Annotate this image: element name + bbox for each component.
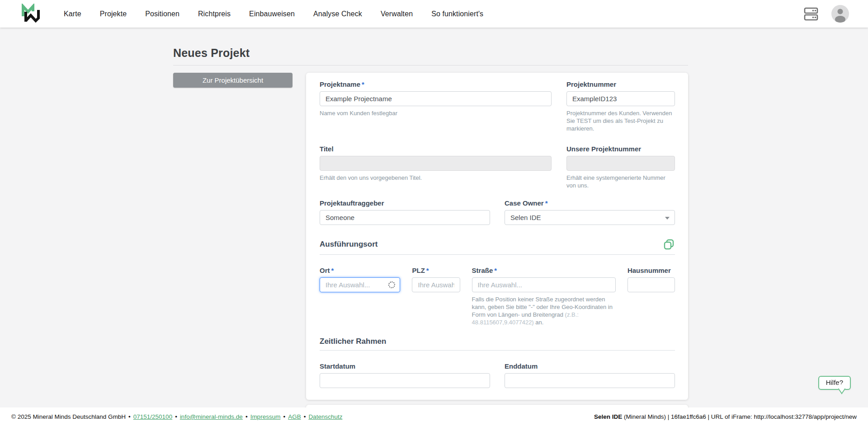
- section-zeitlicher-rahmen: Zeitlicher Rahmen: [320, 337, 675, 351]
- nav-item-einbauweisen[interactable]: Einbauweisen: [249, 10, 295, 18]
- field-projektnummer: Projektnummer Projektnummer des Kunden. …: [566, 80, 675, 132]
- projektname-label: Projektname*: [320, 80, 552, 89]
- field-plz: PLZ*: [412, 267, 460, 326]
- ort-label: Ort*: [320, 267, 400, 275]
- zur-projektuebersicht-button[interactable]: Zur Projektübersicht: [173, 73, 292, 88]
- footer: © 2025 Mineral Minds Deutschland GmbH•07…: [0, 407, 868, 426]
- server-icon[interactable]: [803, 7, 819, 21]
- field-strasse: Straße* Falls die Position keiner Straße…: [472, 267, 616, 326]
- projektname-input[interactable]: [320, 91, 552, 106]
- projektnummer-label: Projektnummer: [566, 80, 675, 89]
- nav-item-verwalten[interactable]: Verwalten: [381, 10, 413, 18]
- nav-item-projekte[interactable]: Projekte: [100, 10, 127, 18]
- plz-input[interactable]: [412, 277, 460, 292]
- section-ausfuehrungsort: Ausführungsort: [320, 239, 675, 255]
- logo-icon: [20, 4, 41, 24]
- field-enddatum: Enddatum: [505, 362, 675, 388]
- required-asterisk: *: [331, 267, 334, 274]
- titel-input: [320, 156, 552, 171]
- nav-item-so-funktionierts[interactable]: So funktioniert's: [431, 10, 483, 18]
- person-icon: [831, 5, 849, 23]
- projektname-helper: Name vom Kunden festlegbar: [320, 109, 552, 117]
- enddatum-label: Enddatum: [505, 362, 675, 370]
- nav-item-richtpreis[interactable]: Richtpreis: [198, 10, 231, 18]
- nav-item-karte[interactable]: Karte: [64, 10, 81, 18]
- case-owner-value: Selen IDE: [510, 214, 541, 221]
- nav-item-analyse-check[interactable]: Analyse Check: [313, 10, 362, 18]
- field-startdatum: Startdatum: [320, 362, 490, 388]
- hausnummer-label: Hausnummer: [627, 267, 675, 275]
- footer-link-phone[interactable]: 07151/250100: [133, 413, 172, 420]
- required-asterisk: *: [494, 267, 497, 274]
- ausfuehrungsort-title: Ausführungsort: [320, 240, 377, 249]
- title-divider: [173, 65, 688, 66]
- field-projektname: Projektname* Name vom Kunden festlegbar: [320, 80, 552, 132]
- footer-session-info: Selen IDE (Mineral Minds) | 16fae1ffc6a6…: [594, 413, 857, 420]
- page-title: Neues Projekt: [173, 47, 688, 60]
- field-ort: Ort*: [320, 267, 400, 326]
- strasse-helper: Falls die Position keiner Straße zugeord…: [472, 295, 616, 326]
- enddatum-input[interactable]: [505, 373, 675, 388]
- copy-icon[interactable]: [663, 239, 675, 250]
- nav-item-positionen[interactable]: Positionen: [145, 10, 179, 18]
- footer-link-email[interactable]: info@mineral-minds.de: [180, 413, 243, 420]
- loading-spinner-icon: [388, 281, 395, 288]
- footer-link-datenschutz[interactable]: Datenschutz: [308, 413, 342, 420]
- copyright-text: © 2025 Mineral Minds Deutschland GmbH: [11, 413, 126, 420]
- titel-helper: Erhält den von uns vorgegebenen Titel.: [320, 174, 552, 182]
- mineral-minds-logo[interactable]: [20, 4, 41, 24]
- titel-label: Titel: [320, 145, 552, 153]
- main-content: Neues Projekt Zur Projektübersicht Proje…: [173, 28, 688, 400]
- case-owner-select[interactable]: Selen IDE: [505, 210, 675, 225]
- left-column: Zur Projektübersicht: [173, 73, 292, 88]
- hilfe-button[interactable]: Hilfe?: [818, 376, 851, 390]
- zeitlicher-rahmen-title: Zeitlicher Rahmen: [320, 337, 386, 346]
- top-navbar: Karte Projekte Positionen Richtpreis Ein…: [0, 0, 868, 28]
- case-owner-label: Case Owner*: [505, 199, 675, 207]
- hausnummer-input[interactable]: [627, 277, 675, 292]
- user-avatar[interactable]: [831, 5, 849, 23]
- startdatum-label: Startdatum: [320, 362, 490, 370]
- projektauftraggeber-input[interactable]: [320, 210, 490, 225]
- chevron-down-icon: [665, 217, 670, 220]
- footer-link-impressum[interactable]: Impressum: [250, 413, 281, 420]
- strasse-label: Straße*: [472, 267, 616, 275]
- field-projektauftraggeber: Projektauftraggeber: [320, 199, 490, 225]
- main-nav: Karte Projekte Positionen Richtpreis Ein…: [64, 10, 483, 18]
- field-case-owner: Case Owner* Selen IDE: [505, 199, 675, 225]
- footer-left: © 2025 Mineral Minds Deutschland GmbH•07…: [11, 413, 342, 420]
- required-asterisk: *: [426, 267, 429, 274]
- required-asterisk: *: [545, 199, 548, 207]
- field-hausnummer: Hausnummer: [627, 267, 675, 326]
- project-form-card: Projektname* Name vom Kunden festlegbar …: [306, 73, 688, 400]
- projektnummer-input[interactable]: [566, 91, 675, 106]
- unsere-projektnummer-input: [566, 156, 675, 171]
- field-titel: Titel Erhält den von uns vorgegebenen Ti…: [320, 145, 552, 189]
- projektnummer-helper: Projektnummer des Kunden. Verwenden Sie …: [566, 109, 675, 132]
- projektauftraggeber-label: Projektauftraggeber: [320, 199, 490, 207]
- field-unsere-projektnummer: Unsere Projektnummer Erhält eine systemg…: [566, 145, 675, 189]
- unsere-projektnummer-label: Unsere Projektnummer: [566, 145, 675, 153]
- strasse-input[interactable]: [472, 277, 616, 292]
- plz-label: PLZ*: [412, 267, 460, 275]
- required-asterisk: *: [362, 80, 364, 88]
- startdatum-input[interactable]: [320, 373, 490, 388]
- unsere-projektnummer-helper: Erhält eine systemgenerierte Nummer von …: [566, 174, 675, 189]
- footer-link-agb[interactable]: AGB: [288, 413, 301, 420]
